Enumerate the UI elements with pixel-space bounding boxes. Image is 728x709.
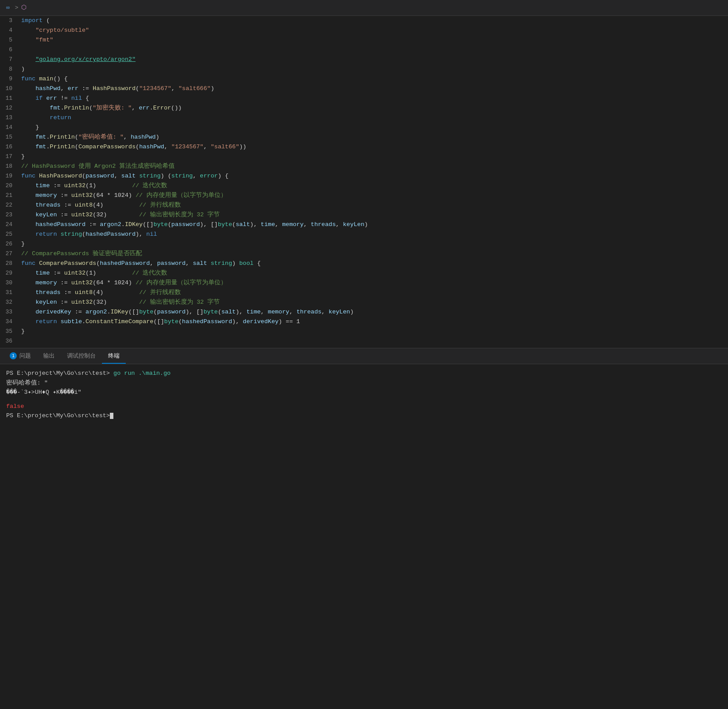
- line-number: 10: [0, 84, 21, 94]
- code-line-6: 6: [0, 45, 728, 55]
- line-content: fmt.Println("加密失败: ", err.Error()): [21, 103, 728, 113]
- code-line-13: 13 return: [0, 113, 728, 123]
- line-content: hashedPassword := argon2.IDKey([]byte(pa…: [21, 220, 728, 230]
- line-content: fmt.Println("密码哈希值: ", hashPwd): [21, 132, 728, 142]
- code-editor[interactable]: 3import (4 "crypto/subtle"5 "fmt"6 7 "go…: [0, 16, 728, 346]
- code-line-21: 21 memory := uint32(64 * 1024) // 内存使用量（…: [0, 191, 728, 200]
- code-line-22: 22 threads := uint8(4) // 并行线程数: [0, 200, 728, 210]
- code-line-14: 14 }: [0, 123, 728, 132]
- line-number: 32: [0, 298, 21, 307]
- line-number: 8: [0, 64, 21, 74]
- code-line-33: 33 derivedKey := argon2.IDKey([]byte(pas…: [0, 307, 728, 317]
- terminal-tab-终端[interactable]: 终端: [102, 349, 126, 364]
- terminal-prompt-2-line: PS E:\project\My\Go\src\test>: [6, 411, 722, 421]
- line-content: // HashPassword 使用 Argon2 算法生成密码哈希值: [21, 162, 728, 171]
- line-content: ): [21, 64, 728, 74]
- line-number: 22: [0, 200, 21, 210]
- code-line-27: 27// ComparePasswords 验证密码是否匹配: [0, 249, 728, 259]
- line-number: 5: [0, 35, 21, 45]
- terminal-output-1: 密码哈希值: ": [6, 378, 722, 388]
- code-line-17: 17}: [0, 152, 728, 162]
- terminal-output-false: false: [6, 402, 722, 411]
- line-number: 20: [0, 181, 21, 191]
- tab-label: 终端: [108, 352, 120, 361]
- code-line-30: 30 memory := uint32(64 * 1024) // 内存使用量（…: [0, 278, 728, 288]
- terminal-content[interactable]: PS E:\project\My\Go\src\test> go run .\m…: [0, 364, 728, 453]
- terminal-prompt: PS E:\project\My\Go\src\test>: [6, 370, 110, 377]
- line-content: time := uint32(1) // 迭代次数: [21, 268, 728, 278]
- tab-label: 问题: [19, 352, 31, 361]
- code-line-35: 35}: [0, 327, 728, 336]
- code-line-23: 23 keyLen := uint32(32) // 输出密钥长度为 32 字节: [0, 210, 728, 220]
- code-line-28: 28func ComparePasswords(hashedPassword, …: [0, 259, 728, 268]
- code-line-24: 24 hashedPassword := argon2.IDKey([]byte…: [0, 220, 728, 230]
- go-icon: ∞: [6, 4, 10, 12]
- line-content: func HashPassword(password, salt string)…: [21, 171, 728, 181]
- line-number: 35: [0, 327, 21, 336]
- line-number: 17: [0, 152, 21, 162]
- line-content: time := uint32(1) // 迭代次数: [21, 181, 728, 191]
- line-content: return subtle.ConstantTimeCompare([]byte…: [21, 317, 728, 327]
- line-content: if err != nil {: [21, 94, 728, 103]
- code-line-12: 12 fmt.Println("加密失败: ", err.Error()): [0, 103, 728, 113]
- func-icon: ⬡: [21, 3, 26, 12]
- line-content: keyLen := uint32(32) // 输出密钥长度为 32 字节: [21, 298, 728, 307]
- breadcrumb-sep: >: [15, 4, 19, 12]
- breadcrumb: ∞ > ⬡: [0, 0, 728, 16]
- terminal-command-line: PS E:\project\My\Go\src\test> go run .\m…: [6, 369, 722, 378]
- line-content: [21, 336, 728, 346]
- line-number: 28: [0, 259, 21, 268]
- code-line-7: 7 "golang.org/x/crypto/argon2": [0, 55, 728, 64]
- code-line-15: 15 fmt.Println("密码哈希值: ", hashPwd): [0, 132, 728, 142]
- terminal-panel: 1问题输出调试控制台终端 PS E:\project\My\Go\src\tes…: [0, 348, 728, 453]
- line-content: threads := uint8(4) // 并行线程数: [21, 200, 728, 210]
- terminal-output-text: 密码哈希值: ": [6, 380, 48, 386]
- line-content: return string(hashedPassword), nil: [21, 230, 728, 239]
- line-content: func ComparePasswords(hashedPassword, pa…: [21, 259, 728, 268]
- code-line-31: 31 threads := uint8(4) // 并行线程数: [0, 288, 728, 298]
- terminal-encoded-text: ���-`3✦>UH♦Q ✦K����i": [6, 389, 81, 396]
- line-content: "golang.org/x/crypto/argon2": [21, 55, 728, 64]
- code-line-20: 20 time := uint32(1) // 迭代次数: [0, 181, 728, 191]
- code-line-36: 36: [0, 336, 728, 346]
- terminal-prompt-2: PS E:\project\My\Go\src\test>: [6, 412, 110, 419]
- editor-container: ∞ > ⬡ 3import (4 "crypto/subtle"5 "fmt"6…: [0, 0, 728, 453]
- line-content: return: [21, 113, 728, 123]
- code-line-3: 3import (: [0, 16, 728, 26]
- line-content: derivedKey := argon2.IDKey([]byte(passwo…: [21, 307, 728, 317]
- line-number: 18: [0, 162, 21, 171]
- terminal-tab-调试控制台[interactable]: 调试控制台: [61, 349, 102, 364]
- code-line-9: 9func main() {: [0, 74, 728, 84]
- line-number: 23: [0, 210, 21, 220]
- code-line-19: 19func HashPassword(password, salt strin…: [0, 171, 728, 181]
- line-number: 19: [0, 171, 21, 181]
- line-number: 30: [0, 278, 21, 288]
- line-content: hashPwd, err := HashPassword("1234567", …: [21, 84, 728, 94]
- line-number: 9: [0, 74, 21, 84]
- line-content: func main() {: [21, 74, 728, 84]
- terminal-false-value: false: [6, 403, 24, 410]
- tab-label: 输出: [43, 352, 55, 361]
- terminal-output-encoded: ���-`3✦>UH♦Q ✦K����i": [6, 388, 722, 397]
- tab-label: 调试控制台: [67, 352, 96, 361]
- line-content: memory := uint32(64 * 1024) // 内存使用量（以字节…: [21, 191, 728, 200]
- code-line-4: 4 "crypto/subtle": [0, 26, 728, 35]
- code-line-16: 16 fmt.Println(ComparePasswords(hashPwd,…: [0, 142, 728, 152]
- line-number: 11: [0, 94, 21, 103]
- line-content: "crypto/subtle": [21, 26, 728, 35]
- line-number: 36: [0, 336, 21, 346]
- line-content: [21, 45, 728, 55]
- line-number: 34: [0, 317, 21, 327]
- line-number: 4: [0, 26, 21, 35]
- terminal-tab-问题[interactable]: 1问题: [4, 349, 37, 364]
- line-number: 25: [0, 230, 21, 239]
- line-number: 14: [0, 123, 21, 132]
- line-number: 13: [0, 113, 21, 123]
- line-number: 21: [0, 191, 21, 200]
- line-number: 31: [0, 288, 21, 298]
- line-number: 6: [0, 45, 21, 55]
- line-number: 15: [0, 132, 21, 142]
- line-number: 12: [0, 103, 21, 113]
- terminal-tab-输出[interactable]: 输出: [37, 349, 61, 364]
- line-content: // ComparePasswords 验证密码是否匹配: [21, 249, 728, 259]
